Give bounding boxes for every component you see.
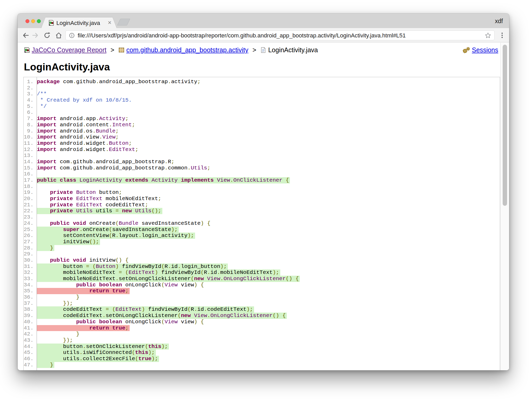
page-title: LoginActivity.java: [24, 61, 509, 73]
line-number: 39.: [24, 313, 35, 319]
breadcrumb-current: LoginActivity.java: [268, 46, 318, 54]
line-number: 1.: [24, 79, 35, 85]
line-number: 21.: [24, 202, 35, 208]
line-number: 40.: [24, 319, 35, 325]
code-line: 46. utils.collect2ExecFile(true);: [24, 356, 500, 362]
line-number: 16.: [24, 171, 35, 177]
line-number: 22.: [24, 208, 35, 214]
window-minimize-button[interactable]: [31, 19, 35, 23]
line-number: 45.: [24, 350, 35, 356]
line-number: 28.: [24, 245, 35, 251]
sessions-link[interactable]: Sessions: [472, 46, 498, 54]
code-line: 23.: [24, 214, 500, 220]
tab-close-icon[interactable]: ×: [108, 19, 111, 26]
browser-toolbar: file:///Users/xdf/prjs/android/android-a…: [18, 28, 509, 42]
line-number: 34.: [24, 282, 35, 288]
code-line: 16.: [24, 171, 500, 177]
browser-window: LoginActivity.java × xdf: [18, 14, 509, 370]
line-number: 30.: [24, 257, 35, 263]
code-line: 21. private EditText codeEditText;: [24, 202, 500, 208]
profile-label[interactable]: xdf: [495, 18, 503, 25]
code-line: 9.import android.os.Bundle;: [24, 128, 500, 134]
line-number: 14.: [24, 159, 35, 165]
code-line: 33. mobileNoEditText.setOnLongClickListe…: [24, 276, 500, 282]
code-line: 29.: [24, 251, 500, 257]
new-tab-button[interactable]: [117, 19, 130, 25]
line-number: 19.: [24, 189, 35, 196]
line-number: 15.: [24, 165, 35, 171]
code-line: 36. }: [24, 294, 500, 300]
line-number: 26.: [24, 233, 35, 239]
gutter-divider: [37, 77, 37, 370]
line-number: 27.: [24, 239, 35, 245]
code-line: 43. });: [24, 337, 500, 344]
line-number: 29.: [24, 251, 35, 257]
line-number: 38.: [24, 306, 35, 313]
back-button[interactable]: [22, 32, 29, 39]
page-scrollbar[interactable]: [500, 43, 509, 370]
code-line: 47. }: [24, 362, 500, 368]
code-line: 31. button = (Button) findViewById(R.id.…: [24, 263, 500, 270]
package-icon: [118, 47, 124, 53]
menu-dots-icon[interactable]: [498, 32, 506, 39]
window-zoom-button[interactable]: [37, 19, 41, 23]
bookmark-star-icon[interactable]: [485, 32, 491, 39]
breadcrumb-separator: >: [252, 46, 256, 54]
line-number: 23.: [24, 214, 35, 220]
reload-button[interactable]: [43, 32, 51, 39]
code-line: 26. setContentView(R.layout.login_activi…: [24, 233, 500, 239]
code-line: 37. });: [24, 300, 500, 307]
line-number: 3.: [24, 91, 35, 97]
line-number: 5.: [24, 103, 35, 110]
code-line: 24. public void onCreate(Bundle savedIns…: [24, 220, 500, 227]
line-number: 46.: [24, 356, 35, 362]
line-number: 8.: [24, 122, 35, 128]
code-line: 32. mobileNoEditText = (EditText) findVi…: [24, 269, 500, 276]
breadcrumb-link-report[interactable]: JaCoCo Coverage Report: [32, 46, 107, 54]
code-line: 25. super.onCreate(savedInstanceState);: [24, 227, 500, 233]
line-number: 6.: [24, 109, 35, 116]
code-line: 28. }: [24, 245, 500, 251]
breadcrumb: JaCoCo Coverage Report > com.github.andr…: [24, 46, 498, 55]
code-line: 4. * Created by xdf on 10/8/15.: [24, 97, 500, 103]
line-number: 31.: [24, 263, 35, 270]
code-line: 19. private Button button;: [24, 189, 500, 196]
code-line: 1.package com.github.android_app_bootstr…: [24, 79, 500, 85]
line-number: 41.: [24, 325, 35, 331]
line-number: 12.: [24, 147, 35, 153]
line-number: 2.: [24, 85, 35, 91]
line-number: 25.: [24, 227, 35, 233]
code-line: 34. public boolean onLongClick(View view…: [24, 282, 500, 288]
sessions-gears-icon: [462, 47, 470, 54]
code-line: 30. public void initView() {: [24, 257, 500, 263]
code-line: 8.import android.content.Intent;: [24, 122, 500, 128]
code-line: 14.import com.github.android_app_bootstr…: [24, 159, 500, 165]
url-bar[interactable]: file:///Users/xdf/prjs/android/android-a…: [65, 30, 495, 40]
code-line: 38. codeEditText = (EditText) findViewBy…: [24, 306, 500, 313]
browser-tab-surface: LoginActivity.java ×: [41, 17, 117, 28]
code-line: 12.import android.widget.EditText;: [24, 147, 500, 153]
tab-strip: LoginActivity.java × xdf: [18, 14, 509, 28]
line-number: 9.: [24, 128, 35, 134]
line-number: 33.: [24, 276, 35, 282]
url-text[interactable]: file:///Users/xdf/prjs/android/android-a…: [78, 32, 406, 39]
home-button[interactable]: [55, 32, 62, 39]
window-close-button[interactable]: [25, 19, 29, 23]
code-line: 6.: [24, 109, 500, 116]
forward-button[interactable]: [32, 32, 39, 39]
code-line: 40. public boolean onLongClick(View view…: [24, 319, 500, 325]
page-content: JaCoCo Coverage Report > com.github.andr…: [18, 43, 509, 370]
screenshot: LoginActivity.java × xdf: [0, 0, 532, 402]
line-number: 11.: [24, 140, 35, 147]
scrollbar-thumb[interactable]: [503, 45, 507, 206]
info-icon[interactable]: [69, 33, 75, 38]
breadcrumb-link-package[interactable]: com.github.android_app_bootstrap.activit…: [126, 46, 248, 54]
line-number: 47.: [24, 362, 35, 368]
line-number: 32.: [24, 269, 35, 276]
browser-tab[interactable]: LoginActivity.java ×: [41, 17, 117, 28]
line-number: 36.: [24, 294, 35, 300]
line-number: 42.: [24, 331, 35, 337]
code-line: 27. initView();: [24, 239, 500, 245]
line-number: 20.: [24, 196, 35, 202]
code-line: 2.: [24, 85, 500, 91]
